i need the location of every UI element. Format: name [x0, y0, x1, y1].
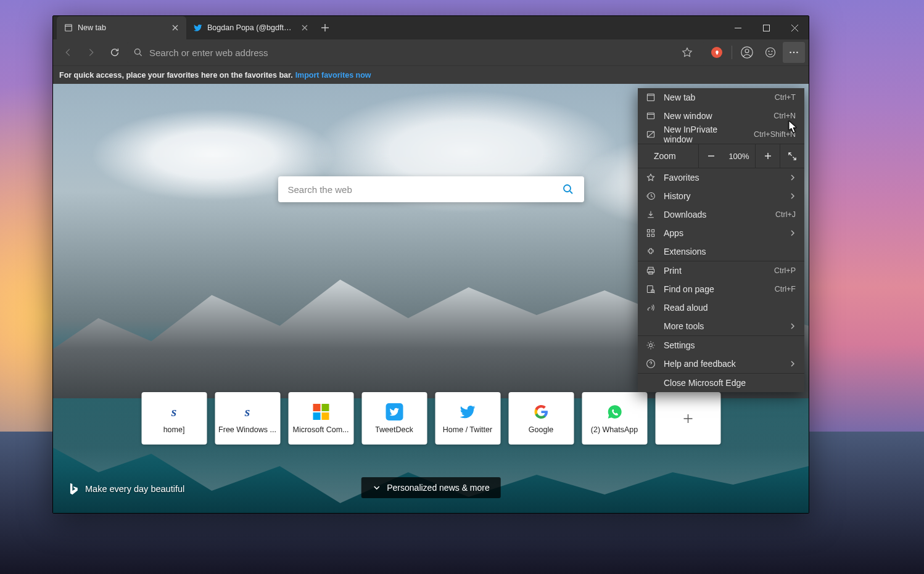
tab-close-icon[interactable]	[300, 23, 310, 33]
bing-icon	[68, 482, 79, 496]
menu-item[interactable]: Apps	[638, 224, 804, 242]
menu-item[interactable]: New tabCtrl+T	[638, 88, 804, 107]
plus-icon	[679, 410, 696, 427]
svg-point-10	[796, 52, 798, 54]
menu-item[interactable]: New InPrivate windowCtrl+Shift+N	[638, 125, 804, 144]
forward-button[interactable]	[80, 42, 102, 63]
feedback-button[interactable]	[759, 42, 782, 63]
newtab-content: shome]sFree Windows ...Microsoft Com...T…	[53, 84, 809, 513]
svg-point-9	[793, 52, 795, 54]
quick-link-tile[interactable]: Home / Twitter	[435, 392, 500, 445]
google-icon	[532, 403, 550, 420]
svg-point-6	[769, 51, 769, 52]
tab-close-icon[interactable]	[170, 23, 180, 33]
favbar-text: For quick access, place your favorites h…	[59, 71, 293, 80]
ntp-search-box[interactable]	[278, 176, 584, 202]
window-controls	[724, 16, 809, 39]
zoom-out-button[interactable]	[698, 144, 723, 168]
page-icon	[64, 23, 73, 32]
page-icon	[645, 92, 656, 103]
search-icon[interactable]	[562, 183, 574, 195]
favorites-bar: For quick access, place your favorites h…	[53, 65, 809, 84]
chevron-right-icon	[790, 230, 796, 236]
favorite-star-icon[interactable]	[676, 42, 698, 63]
menu-item[interactable]: Favorites	[638, 168, 804, 187]
print-icon	[645, 265, 656, 276]
browser-window: New tab Bogdan Popa (@bgdftw) / Twitter	[52, 15, 809, 514]
quick-link-tile[interactable]: Google	[508, 392, 574, 445]
menu-item[interactable]: More tools	[638, 317, 804, 335]
menu-shortcut: Ctrl+F	[775, 285, 796, 293]
ext-icon	[645, 246, 656, 257]
close-button[interactable]	[780, 16, 809, 39]
svg-rect-19	[652, 234, 654, 237]
tab-active[interactable]: New tab	[57, 16, 186, 39]
menu-item[interactable]: History	[638, 187, 804, 205]
menu-shortcut: Ctrl+T	[775, 93, 796, 102]
extension-red-icon	[711, 47, 722, 58]
new-tab-button[interactable]	[316, 16, 334, 39]
tile-label: Free Windows ...	[218, 425, 276, 434]
chevron-right-icon	[790, 193, 796, 199]
quick-link-tile[interactable]: TweetDeck	[361, 392, 427, 445]
quick-link-tile[interactable]: (2) WhatsApp	[582, 392, 647, 445]
news-toggle-button[interactable]: Personalized news & more	[361, 477, 501, 498]
profile-button[interactable]	[736, 42, 758, 63]
svg-point-2	[134, 49, 140, 54]
menu-label: Downloads	[664, 210, 768, 219]
menu-item[interactable]: PrintCtrl+P	[638, 261, 804, 280]
apps-icon	[645, 228, 656, 239]
twitter-icon	[194, 23, 202, 32]
menu-item[interactable]: Extensions	[638, 242, 804, 261]
ntp-search-input[interactable]	[288, 184, 562, 195]
read-icon	[645, 302, 656, 313]
chevron-right-icon	[790, 323, 796, 329]
svg-rect-1	[763, 25, 769, 31]
quick-link-tile[interactable]: sFree Windows ...	[215, 392, 280, 445]
menu-item[interactable]: Read aloud	[638, 298, 804, 317]
tile-label: home]	[163, 425, 185, 434]
toolbar	[53, 39, 809, 65]
zoom-label: Zoom	[638, 151, 698, 161]
menu-item[interactable]: Settings	[638, 336, 804, 355]
zoom-value: 100%	[723, 152, 755, 161]
svg-rect-13	[647, 113, 654, 119]
back-button[interactable]	[57, 42, 79, 63]
quick-link-tile[interactable]: shome]	[141, 392, 207, 445]
menu-shortcut: Ctrl+P	[774, 266, 796, 275]
svg-rect-12	[647, 94, 654, 100]
svg-rect-16	[647, 229, 650, 232]
quick-link-tile[interactable]	[655, 392, 720, 445]
bing-tagline[interactable]: Make every day beautiful	[68, 482, 184, 496]
menu-label: New tab	[664, 92, 767, 102]
site-s-icon: s	[165, 403, 183, 420]
minimize-button[interactable]	[724, 16, 752, 39]
zoom-row: Zoom 100%	[638, 144, 804, 168]
menu-label: More tools	[664, 321, 782, 331]
address-input[interactable]	[149, 47, 670, 58]
address-bar[interactable]	[127, 42, 704, 63]
menu-item[interactable]: New windowCtrl+N	[638, 107, 804, 125]
quick-link-tile[interactable]: Microsoft Com...	[288, 392, 353, 445]
menu-item[interactable]: Find on pageCtrl+F	[638, 280, 804, 298]
menu-item[interactable]: DownloadsCtrl+J	[638, 205, 804, 224]
maximize-button[interactable]	[752, 16, 780, 39]
chevron-down-icon	[372, 483, 381, 492]
extension-button[interactable]	[706, 42, 728, 63]
tab-inactive[interactable]: Bogdan Popa (@bgdftw) / Twitter	[186, 16, 316, 39]
download-icon	[645, 209, 656, 220]
help-icon	[645, 358, 656, 369]
menu-item[interactable]: Close Microsoft Edge	[638, 374, 804, 392]
more-button[interactable]	[783, 42, 805, 63]
history-icon	[645, 191, 656, 202]
star-icon	[645, 172, 656, 183]
menu-shortcut: Ctrl+Shift+N	[754, 130, 796, 139]
menu-item[interactable]: Help and feedback	[638, 355, 804, 373]
svg-rect-23	[647, 285, 653, 292]
import-favorites-link[interactable]: Import favorites now	[295, 71, 371, 80]
refresh-button[interactable]	[104, 42, 126, 63]
zoom-in-button[interactable]	[755, 144, 780, 168]
tile-label: Google	[529, 425, 553, 434]
tile-label: TweetDeck	[375, 425, 413, 434]
fullscreen-button[interactable]	[780, 144, 804, 168]
